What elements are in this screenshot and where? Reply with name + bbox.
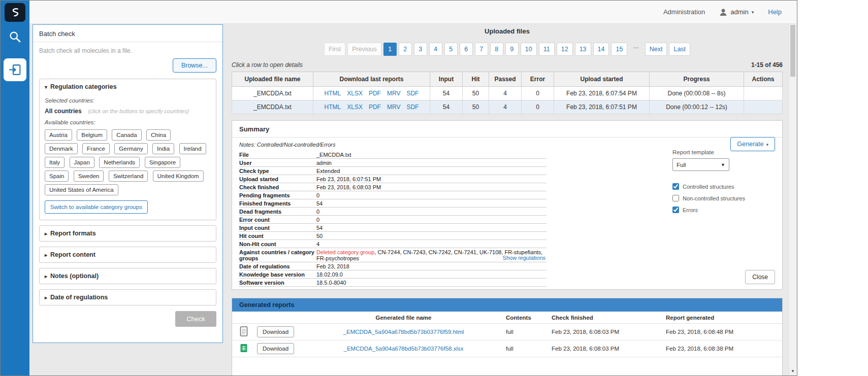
errors-option[interactable]: Errors: [672, 207, 749, 213]
errors-checkbox[interactable]: [672, 207, 679, 213]
page-first-button[interactable]: First: [324, 43, 345, 56]
report-options: Report template Full ▼ Controlled struct…: [672, 149, 749, 218]
hit-count: 50: [463, 87, 489, 100]
download-button[interactable]: Download: [257, 343, 294, 354]
pdf-report-link[interactable]: PDF: [369, 90, 381, 97]
page-button-8[interactable]: 8: [490, 43, 503, 56]
country-button-japan[interactable]: Japan: [70, 157, 94, 168]
vertical-scrollbar[interactable]: ▼: [789, 24, 796, 375]
report-checkboxes: Controlled structures Non-controlled str…: [672, 183, 749, 213]
administration-link[interactable]: Administration: [663, 8, 705, 16]
main-content: Uploaded files First Previous 1 2 3 4 5 …: [232, 24, 783, 376]
page-button-6[interactable]: 6: [460, 43, 473, 56]
country-button-united-kingdom[interactable]: United Kingdom: [153, 170, 204, 182]
country-button-italy[interactable]: Italy: [45, 157, 65, 168]
progress: Done (00:00:12 -- 12s): [650, 100, 744, 114]
chevron-right-icon: ▸: [45, 274, 47, 279]
html-report-link[interactable]: HTML: [325, 90, 341, 97]
app-logo[interactable]: [5, 3, 25, 22]
generated-file-link[interactable]: _EMCDDA_5a904a678bd5b73b03776f58.xlsx: [344, 346, 464, 352]
page-button-15[interactable]: 15: [611, 43, 627, 56]
table-row-selected[interactable]: _EMCDDA.txt HTMLXLSXPDFMRVSDF 54 50 4 0 …: [232, 100, 783, 114]
table-row[interactable]: _EMCDDA.txt HTMLXLSXPDFMRVSDF 54 50 4 0 …: [232, 87, 783, 100]
page-button-10[interactable]: 10: [521, 43, 537, 56]
controlled-structures-checkbox[interactable]: [672, 183, 679, 190]
col-upload-started: Upload started: [554, 72, 650, 87]
xlsx-report-link[interactable]: XLSX: [347, 104, 363, 111]
field-label: Error count: [239, 216, 316, 224]
country-button-china[interactable]: China: [146, 129, 171, 141]
page-button-7[interactable]: 7: [475, 43, 488, 56]
non-controlled-structures-option[interactable]: Non-controlled structures: [672, 195, 749, 201]
batch-check-nav-item[interactable]: [4, 58, 26, 81]
country-button-germany[interactable]: Germany: [114, 143, 147, 154]
field-value: Feb 23, 2018: [316, 262, 546, 270]
sdf-report-link[interactable]: SDF: [406, 90, 419, 97]
report-template-select[interactable]: Full ▼: [672, 158, 729, 171]
page-button-5[interactable]: 5: [444, 43, 458, 56]
deleted-category-text: Deleted category group: [316, 249, 374, 255]
page-previous-button[interactable]: Previous: [347, 43, 381, 56]
country-button-france[interactable]: France: [82, 143, 110, 154]
generated-file-link[interactable]: _EMCDDA_5a904a678bd5b73b03776f59.html: [343, 329, 464, 335]
country-button-ireland[interactable]: Ireland: [179, 143, 206, 154]
country-button-sweden[interactable]: Sweden: [74, 170, 104, 182]
field-label: Pending fragments: [239, 191, 316, 199]
page-button-14[interactable]: 14: [593, 43, 609, 56]
mrv-report-link[interactable]: MRV: [387, 104, 400, 111]
page-button-3[interactable]: 3: [414, 43, 427, 56]
country-button-singapore[interactable]: Singapore: [145, 157, 180, 168]
report-row[interactable]: Download _EMCDDA_5a904a678bd5b73b03776f5…: [232, 324, 782, 340]
browse-button[interactable]: Browse...: [173, 58, 216, 73]
country-button-netherlands[interactable]: Netherlands: [99, 157, 140, 168]
search-icon[interactable]: [8, 30, 22, 44]
page-button-11[interactable]: 11: [539, 43, 555, 56]
page-button-13[interactable]: 13: [575, 43, 591, 56]
field-label: Check finished: [239, 183, 316, 191]
chevron-down-icon: ▾: [752, 10, 754, 15]
help-link[interactable]: Help: [768, 8, 782, 16]
error-count: 0: [522, 100, 554, 114]
hit-count: 50: [463, 100, 489, 114]
notes-section[interactable]: ▸Notes (optional): [39, 268, 216, 284]
country-button-united-states[interactable]: United States of America: [45, 184, 118, 195]
report-row[interactable]: Download _EMCDDA_5a904a678bd5b73b03776f5…: [232, 340, 782, 357]
page-button-1[interactable]: 1: [383, 43, 397, 56]
field-label: Check type: [239, 167, 316, 175]
non-controlled-structures-checkbox[interactable]: [672, 195, 679, 201]
col-hit: Hit: [463, 72, 489, 87]
page-button-4[interactable]: 4: [429, 43, 442, 56]
xlsx-report-link[interactable]: XLSX: [347, 90, 363, 97]
country-button-austria[interactable]: Austria: [45, 129, 72, 141]
mrv-report-link[interactable]: MRV: [387, 90, 400, 97]
sdf-report-link[interactable]: SDF: [406, 104, 419, 111]
report-content-section[interactable]: ▸Report content: [39, 247, 216, 263]
scrollbar-thumb[interactable]: [790, 25, 795, 77]
html-report-link[interactable]: HTML: [325, 104, 341, 111]
country-button-belgium[interactable]: Belgium: [77, 129, 107, 141]
download-button[interactable]: Download: [257, 326, 294, 337]
field-value: 18.02.09.0: [316, 270, 546, 279]
pdf-report-link[interactable]: PDF: [369, 104, 381, 111]
switch-category-groups-button[interactable]: Switch to available category groups: [45, 200, 148, 214]
country-button-switzerland[interactable]: Switzerland: [109, 170, 148, 182]
report-formats-section[interactable]: ▸Report formats: [39, 225, 216, 242]
user-menu[interactable]: admin ▾: [719, 8, 754, 16]
country-button-denmark[interactable]: Denmark: [45, 143, 78, 154]
country-button-canada[interactable]: Canada: [112, 129, 141, 141]
close-button[interactable]: Close: [745, 270, 775, 284]
country-button-spain[interactable]: Spain: [45, 170, 69, 182]
page-last-button[interactable]: Last: [669, 43, 690, 56]
scroll-down-arrow[interactable]: ▼: [789, 367, 796, 375]
selected-countries-hint: (click on the buttons to specify countri…: [88, 108, 189, 114]
show-regulations-link[interactable]: Show regulations: [503, 255, 545, 261]
page-button-12[interactable]: 12: [557, 43, 573, 56]
date-of-regulations-section[interactable]: ▸Date of regulations: [39, 289, 216, 305]
check-button[interactable]: Check: [175, 311, 216, 327]
page-next-button[interactable]: Next: [645, 43, 667, 56]
page-button-9[interactable]: 9: [505, 43, 519, 56]
regulation-categories-header[interactable]: ▾Regulation categories: [40, 79, 216, 94]
country-button-india[interactable]: India: [152, 143, 174, 154]
page-button-2[interactable]: 2: [399, 43, 412, 56]
controlled-structures-option[interactable]: Controlled structures: [672, 183, 749, 190]
